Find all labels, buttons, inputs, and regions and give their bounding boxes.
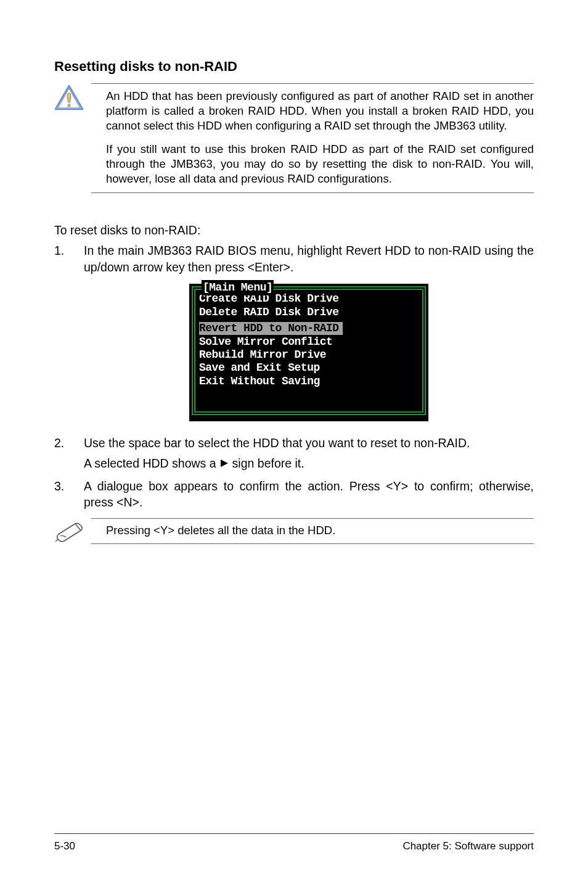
- bios-item-revert-selected: Revert HDD to Non-RAID: [199, 322, 343, 335]
- bios-item-solve: Solve Mirror Conflict: [199, 336, 419, 349]
- step-3: A dialogue box appears to confirm the ac…: [54, 478, 534, 511]
- page-footer: 5-30 Chapter 5: Software support: [54, 833, 534, 852]
- warning-paragraph-2: If you still want to use this broken RAI…: [106, 142, 534, 186]
- step-2-line1: Use the space bar to select the HDD that…: [84, 436, 470, 450]
- step-1: In the main JMB363 RAID BIOS menu, highl…: [54, 242, 534, 421]
- step-3-text: A dialogue box appears to confirm the ac…: [84, 479, 534, 510]
- lead-text: To reset disks to non-RAID:: [54, 223, 534, 238]
- warning-paragraph-1: An HDD that has been previously configur…: [106, 89, 534, 133]
- footer-chapter: Chapter 5: Software support: [402, 840, 534, 852]
- footer-page-number: 5-30: [54, 840, 75, 852]
- bios-legend: [Main Menu]: [202, 280, 274, 295]
- bios-item-exit-nosave: Exit Without Saving: [199, 375, 419, 388]
- note-text: Pressing <Y> deletes all the data in the…: [91, 518, 534, 544]
- bios-item-save-exit: Save and Exit Setup: [199, 361, 419, 374]
- steps-list: In the main JMB363 RAID BIOS menu, highl…: [54, 242, 534, 511]
- section-heading: Resetting disks to non-RAID: [54, 59, 534, 75]
- warning-icon: [54, 83, 91, 114]
- step-2-line2-pre: A selected HDD shows a: [84, 455, 216, 472]
- bios-item-delete: Delete RAID Disk Drive: [199, 306, 419, 319]
- triangle-marker-icon: [220, 455, 229, 472]
- step-1-text: In the main JMB363 RAID BIOS menu, highl…: [84, 244, 534, 274]
- svg-marker-3: [221, 460, 228, 467]
- step-2-line2-post: sign before it.: [232, 455, 304, 472]
- warning-callout: An HDD that has been previously configur…: [54, 83, 534, 193]
- step-2: Use the space bar to select the HDD that…: [54, 435, 534, 472]
- bios-menu-screenshot: [Main Menu] Create RAID Disk Drive Delet…: [189, 284, 428, 421]
- pencil-note-icon: [54, 519, 91, 543]
- svg-point-2: [68, 104, 70, 107]
- bios-item-rebuild: Rebuild Mirror Drive: [199, 349, 419, 361]
- note-callout: Pressing <Y> deletes all the data in the…: [54, 518, 534, 544]
